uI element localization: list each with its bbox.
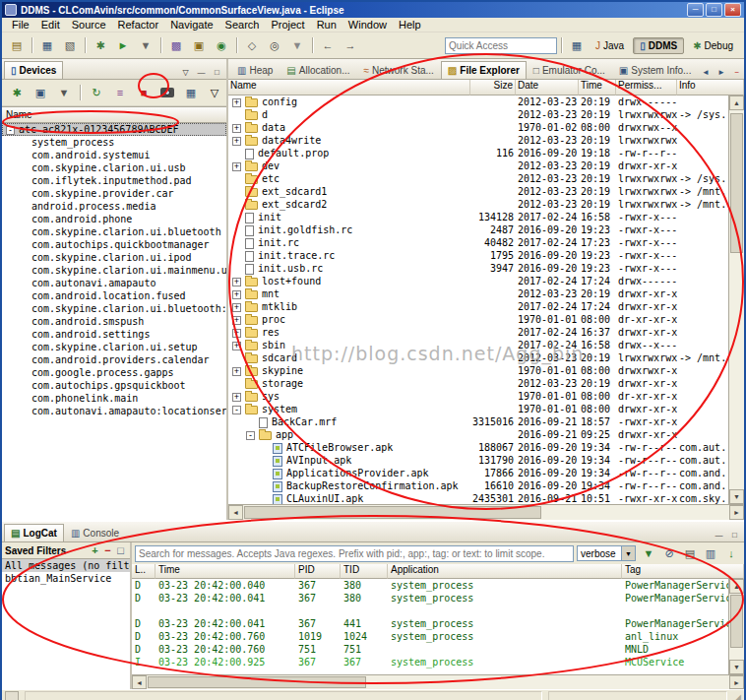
perspective-debug[interactable]: ✱Debug bbox=[686, 37, 740, 54]
update-heap-icon[interactable]: ▣ bbox=[30, 82, 51, 103]
process-row[interactable]: com.autonavi.amapauto bbox=[2, 277, 226, 289]
pull-file-icon[interactable]: ◄ bbox=[698, 66, 713, 79]
filter-item[interactable]: All messages (no filte bbox=[2, 559, 130, 572]
menu-edit[interactable]: Edit bbox=[35, 19, 66, 31]
file-row[interactable]: d2012-03-2320:19lrwxrwxrwx-> /sys... bbox=[228, 108, 728, 121]
expand-icon[interactable]: + bbox=[232, 367, 241, 376]
process-row[interactable]: com.skypine.provider.car bbox=[2, 187, 226, 200]
update-threads-icon[interactable]: ≡ bbox=[109, 82, 131, 103]
file-row[interactable]: ext_sdcard22012-03-2320:19lrwxrwxrwx-> /… bbox=[228, 198, 728, 211]
column-header-time[interactable]: Time bbox=[579, 80, 616, 95]
push-file-icon[interactable]: ► bbox=[714, 66, 728, 79]
print-icon[interactable]: ▧ bbox=[59, 34, 81, 56]
expand-icon[interactable]: + bbox=[232, 98, 241, 107]
search-icon[interactable]: ◎ bbox=[264, 34, 285, 56]
scroll-up-icon[interactable]: ▲ bbox=[729, 95, 744, 110]
process-row[interactable]: com.autonavi.amapauto:locationservice bbox=[2, 405, 226, 417]
expand-icon[interactable]: + bbox=[232, 162, 241, 171]
tab-logcat[interactable]: ▤LogCat bbox=[4, 524, 64, 541]
file-row[interactable]: CLAuxinUI.apk24353012016-09-2110:51-rwxr… bbox=[228, 492, 728, 504]
perspective-ddms[interactable]: ▯DDMS bbox=[633, 37, 684, 54]
expand-icon[interactable]: + bbox=[232, 124, 241, 133]
log-column-header-tag[interactable]: Tag bbox=[622, 564, 744, 579]
menu-help[interactable]: Help bbox=[393, 19, 427, 31]
file-row[interactable]: BackCar.mrf33150162016-09-2118:57-rwxr-x… bbox=[228, 415, 728, 428]
devices-maximize-icon[interactable]: □ bbox=[210, 66, 224, 79]
file-row[interactable]: init1341282017-02-2416:58-rwxr-x--- bbox=[228, 211, 728, 223]
hierarchy-view-icon[interactable]: ▦ bbox=[180, 82, 202, 103]
file-row[interactable]: +data1970-01-0208:00drwxrwx--x bbox=[228, 121, 728, 134]
process-row[interactable]: com.skypine.clarion.ui.setup bbox=[2, 341, 226, 353]
file-row[interactable]: +sbin2017-02-2416:58drwx--x--- bbox=[228, 339, 728, 351]
expand-icon[interactable]: + bbox=[232, 303, 241, 312]
expand-icon[interactable]: + bbox=[232, 316, 241, 325]
process-row[interactable]: com.google.process.gapps bbox=[2, 366, 226, 379]
file-row[interactable]: +lost+found2017-02-2417:24drwx------ bbox=[228, 275, 728, 287]
file-row[interactable]: ATCFileBrowser.apk1880672016-09-2019:34-… bbox=[228, 441, 728, 454]
expand-icon[interactable]: + bbox=[232, 278, 241, 286]
column-header-info[interactable]: Info bbox=[677, 80, 744, 95]
scroll-down-icon[interactable]: ▼ bbox=[729, 660, 744, 674]
file-row[interactable]: +mtklib2017-02-2417:24drwxr-xr-x bbox=[228, 300, 728, 313]
file-row[interactable]: etc2012-03-2320:19lrwxrwxrwx-> /sys... bbox=[228, 172, 728, 185]
scroll-right-icon[interactable]: ► bbox=[729, 505, 744, 520]
process-row[interactable]: android.process.media bbox=[2, 200, 226, 213]
forward-icon[interactable]: → bbox=[340, 34, 361, 56]
explorer-vertical-scrollbar[interactable]: ▲ ▼ bbox=[728, 95, 744, 504]
maximize-window-button[interactable]: □ bbox=[706, 3, 722, 17]
process-row[interactable]: com.autochips.quickbootmanager bbox=[2, 238, 226, 251]
log-row[interactable]: D03-23 20:42:00.041367380system_processP… bbox=[132, 592, 728, 605]
process-row[interactable]: system_process bbox=[2, 136, 226, 149]
process-row[interactable]: com.skypine.clarion.ui.mainmenu.ui bbox=[2, 264, 226, 277]
collapse-icon[interactable]: - bbox=[246, 431, 255, 440]
log-column-header-time[interactable]: Time bbox=[155, 564, 295, 579]
new-wizard-icon[interactable]: ▤ bbox=[6, 34, 28, 56]
log-column-header-pid[interactable]: PID bbox=[295, 564, 341, 579]
process-row[interactable]: com.phonelink.main bbox=[2, 392, 226, 405]
perspective-java[interactable]: JJava bbox=[589, 37, 631, 54]
new-package-icon[interactable]: ▣ bbox=[188, 34, 210, 56]
menu-file[interactable]: File bbox=[6, 19, 35, 31]
tab-file-explorer[interactable]: ▨File Explorer bbox=[441, 61, 527, 79]
minimize-window-button[interactable]: ─ bbox=[687, 3, 704, 17]
logcat-horizontal-scrollbar[interactable]: ◄ ► bbox=[132, 674, 744, 689]
tab-devices[interactable]: ▯ Devices bbox=[4, 61, 63, 79]
edit-filter-icon[interactable]: □ bbox=[114, 544, 127, 557]
file-row[interactable]: +config2012-03-2320:19drwx------ bbox=[228, 95, 728, 108]
logcat-vertical-scrollbar[interactable]: ▲ ▼ bbox=[728, 579, 744, 674]
screen-capture-icon[interactable] bbox=[156, 82, 178, 103]
file-row[interactable]: +res2017-02-2416:37drwxr-xr-x bbox=[228, 326, 728, 339]
fast-view-icon[interactable] bbox=[5, 691, 19, 700]
clear-log-icon[interactable]: ⊘ bbox=[659, 544, 679, 563]
menu-search[interactable]: Search bbox=[219, 19, 266, 31]
scroll-up-icon[interactable]: ▲ bbox=[729, 579, 744, 594]
menu-run[interactable]: Run bbox=[311, 19, 342, 31]
save-log-icon[interactable]: ▼ bbox=[639, 544, 658, 563]
devices-view-menu-icon[interactable]: ▽ bbox=[178, 66, 193, 79]
file-row[interactable]: default.prop1162016-09-2019:18-rw-r--r-- bbox=[228, 147, 728, 159]
remove-filter-icon[interactable]: − bbox=[101, 544, 114, 557]
file-row[interactable]: ext_sdcard12012-03-2320:19lrwxrwxrwx-> /… bbox=[228, 185, 728, 198]
file-row[interactable]: storage2012-03-2320:19drwxr-xr-x bbox=[228, 377, 728, 390]
column-header-name[interactable]: Name bbox=[228, 80, 470, 95]
collapse-icon[interactable]: - bbox=[232, 406, 241, 414]
file-row[interactable]: +mnt2012-03-2320:19drwxr-xr-x bbox=[228, 287, 728, 300]
chevron-down-icon[interactable]: ▼ bbox=[621, 546, 635, 560]
file-row[interactable]: +skypine1970-01-0108:00drwxrwxr-x bbox=[228, 364, 728, 377]
log-column-header-application[interactable]: Application bbox=[388, 564, 622, 579]
devices-toolbar-menu-icon[interactable]: ▽ bbox=[204, 82, 225, 103]
file-row[interactable]: -app2016-09-2109:25drwxr-xr-x bbox=[228, 428, 728, 441]
expand-icon[interactable]: + bbox=[232, 393, 241, 402]
filter-item[interactable]: bbtian_MainService bbox=[2, 572, 130, 585]
column-header-size[interactable]: Size bbox=[470, 80, 516, 95]
scroll-lock-icon[interactable]: ▤ bbox=[680, 544, 700, 563]
file-row[interactable]: +dev2012-03-2320:19drwxr-xr-x bbox=[228, 159, 728, 172]
log-row[interactable]: D03-23 20:42:00.040367380system_processP… bbox=[132, 579, 728, 592]
add-filter-icon[interactable]: + bbox=[89, 544, 101, 557]
file-row[interactable]: sdcard2012-03-2320:19lrwxrwxrwx-> /mnt..… bbox=[228, 351, 728, 364]
log-column-header-l[interactable]: L.. bbox=[132, 564, 155, 579]
menu-window[interactable]: Window bbox=[342, 19, 393, 31]
devices-minimize-icon[interactable]: — bbox=[194, 66, 209, 79]
expand-icon[interactable]: + bbox=[232, 290, 241, 299]
menu-refactor[interactable]: Refactor bbox=[112, 19, 165, 31]
